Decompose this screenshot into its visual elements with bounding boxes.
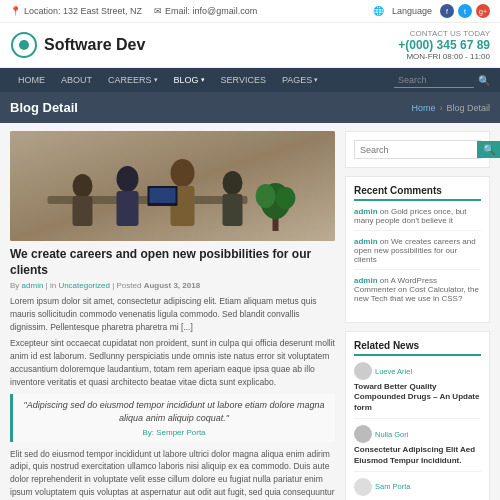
main-nav: HOME ABOUT CAREERS ▾ BLOG ▾ SERVICES PAG… — [0, 68, 500, 92]
contact-hours: MON-FRI 08:00 - 11:00 — [398, 52, 490, 61]
related-news-title: Related News — [354, 340, 481, 356]
related-news-section: Related News Lueve Ariel Toward Better Q… — [345, 331, 490, 500]
article-image-svg — [10, 131, 335, 241]
avatar — [354, 478, 372, 496]
blockquote: "Adipiscing sed do eiusmod tempor incidi… — [10, 394, 335, 441]
brand-section: Software Dev CONTACT US TODAY +(000) 345… — [0, 23, 500, 68]
twitter-icon[interactable]: t — [458, 4, 472, 18]
article-body: Lorem ipsum dolor sit amet, consectetur … — [10, 295, 335, 388]
brand: Software Dev — [10, 31, 145, 59]
meta-cat-label: in — [50, 281, 56, 290]
nav-item-about[interactable]: ABOUT — [53, 68, 100, 92]
location-text: Location: 132 East Street, NZ — [24, 6, 142, 16]
nav-search: 🔍 — [394, 73, 490, 88]
location-icon: 📍 — [10, 6, 21, 16]
svg-rect-19 — [10, 131, 335, 241]
related-item: Nulla Gori Consectetur Adipiscing Elit A… — [354, 425, 481, 472]
sidebar-search-input[interactable] — [355, 142, 477, 158]
brand-logo-icon — [10, 31, 38, 59]
blockquote-text: "Adipiscing sed do eiusmod tempor incidi… — [21, 399, 327, 424]
contact-phone: +(000) 345 67 89 — [398, 38, 490, 52]
meta-posted: Posted — [117, 281, 142, 290]
search-icon[interactable]: 🔍 — [478, 75, 490, 86]
nav-item-careers[interactable]: CAREERS ▾ — [100, 68, 166, 92]
avatar — [354, 362, 372, 380]
language-icon: 🌐 — [373, 6, 384, 16]
location-info: 📍 Location: 132 East Street, NZ — [10, 6, 142, 16]
comment-item: admin on We creates careers and open new… — [354, 237, 481, 270]
email-icon: ✉ — [154, 6, 162, 16]
chevron-down-icon: ▾ — [314, 76, 318, 84]
related-item: Lueve Ariel Toward Better Quality Compou… — [354, 362, 481, 419]
breadcrumb: Home › Blog Detail — [411, 103, 490, 113]
language-label: Language — [392, 6, 432, 16]
facebook-icon[interactable]: f — [440, 4, 454, 18]
svg-point-1 — [19, 40, 29, 50]
article-area: We create careers and open new posibbili… — [10, 131, 335, 500]
brand-name: Software Dev — [44, 36, 145, 54]
nav-item-pages[interactable]: PAGES ▾ — [274, 68, 326, 92]
social-icons: f t g+ — [440, 4, 490, 18]
sidebar: 🔍 Recent Comments admin on Gold prices o… — [345, 131, 490, 500]
email-info: ✉ Email: info@gmail.com — [154, 6, 257, 16]
contact-label: CONTACT US TODAY — [398, 29, 490, 38]
recent-comments-title: Recent Comments — [354, 185, 481, 201]
chevron-down-icon: ▾ — [201, 76, 205, 84]
nav-search-input[interactable] — [394, 73, 474, 88]
meta-by: By — [10, 281, 19, 290]
sidebar-search-section: 🔍 — [345, 131, 490, 168]
top-bar-left: 📍 Location: 132 East Street, NZ ✉ Email:… — [10, 6, 257, 16]
avatar — [354, 425, 372, 443]
article-meta: By admin | in Uncategorized | Posted Aug… — [10, 281, 335, 290]
nav-items: HOME ABOUT CAREERS ▾ BLOG ▾ SERVICES PAG… — [10, 68, 326, 92]
breadcrumb-home[interactable]: Home — [411, 103, 435, 113]
recent-comments-section: Recent Comments admin on Gold prices onc… — [345, 176, 490, 323]
top-bar: 📍 Location: 132 East Street, NZ ✉ Email:… — [0, 0, 500, 23]
article-body-2: Elit sed do eiusmod tempor incididunt ut… — [10, 448, 335, 500]
googleplus-icon[interactable]: g+ — [476, 4, 490, 18]
search-box: 🔍 — [354, 140, 481, 159]
body-para-2: Excepteur sint occaecat cupidatat non pr… — [10, 337, 335, 388]
breadcrumb-current: Blog Detail — [446, 103, 490, 113]
nav-item-home[interactable]: HOME — [10, 68, 53, 92]
nav-item-blog[interactable]: BLOG ▾ — [166, 68, 213, 92]
breadcrumb-separator: › — [439, 103, 442, 113]
nav-item-services[interactable]: SERVICES — [213, 68, 274, 92]
page-title: Blog Detail — [10, 100, 78, 115]
comment-item: admin on A WordPress Commenter on Cost C… — [354, 276, 481, 308]
page-header: Blog Detail Home › Blog Detail — [0, 92, 500, 123]
contact-info: CONTACT US TODAY +(000) 345 67 89 MON-FR… — [398, 29, 490, 61]
meta-date: August 3, 2018 — [144, 281, 200, 290]
body-para-3: Elit sed do eiusmod tempor incididunt ut… — [10, 448, 335, 500]
email-text: Email: info@gmail.com — [165, 6, 257, 16]
article-title: We create careers and open new posibbili… — [10, 247, 335, 278]
chevron-down-icon: ▾ — [154, 76, 158, 84]
sidebar-search-button[interactable]: 🔍 — [477, 141, 500, 158]
article-image — [10, 131, 335, 241]
body-para-1: Lorem ipsum dolor sit amet, consectetur … — [10, 295, 335, 333]
blockquote-author: By: Semper Porta — [21, 428, 327, 437]
meta-author[interactable]: admin — [22, 281, 44, 290]
related-item: Sam Porta A Milestone for Cart Cells & T… — [354, 478, 481, 500]
main-layout: We create careers and open new posibbili… — [0, 123, 500, 500]
top-bar-right: 🌐 Language f t g+ — [373, 4, 490, 18]
meta-category[interactable]: Uncategorized — [58, 281, 110, 290]
comment-item: admin on Gold prices once, but many peop… — [354, 207, 481, 231]
